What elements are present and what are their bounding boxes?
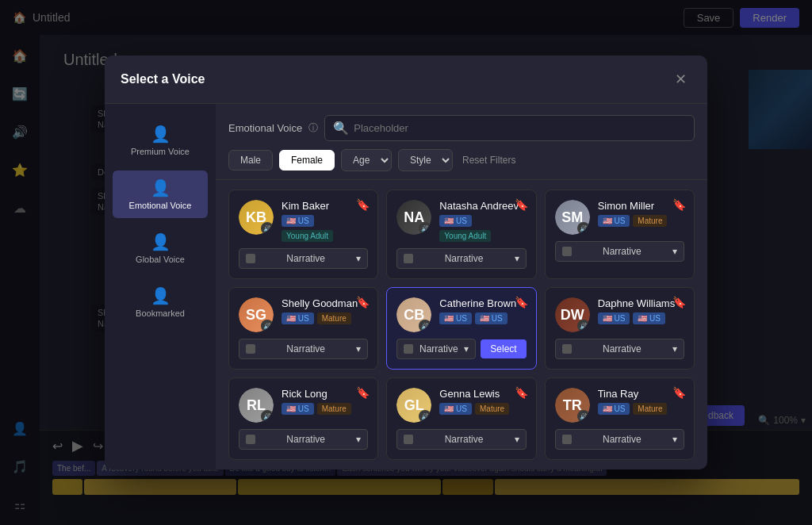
- tag-us: 🇺🇸 US: [439, 403, 472, 415]
- narrative-dropdown-row: Narrative ▾: [396, 429, 526, 450]
- narrative-select[interactable]: Narrative ▾: [555, 429, 684, 450]
- style-filter-select[interactable]: Style: [398, 149, 453, 171]
- reset-filters-button[interactable]: Reset Filters: [462, 155, 515, 166]
- tag-us: 🇺🇸 US: [282, 215, 314, 227]
- app-background: 🏠 Untitled Save Render 🏠 🔄 🔊 ⭐ ☁ 👤 🎵 ⚏ U…: [0, 0, 812, 525]
- voice-name: Tina Ray: [598, 388, 684, 400]
- bookmark-icon[interactable]: 🔖: [672, 198, 686, 211]
- voice-card-top: NA 🔊 Natasha Andreev 🇺🇸 US Young Adult: [396, 200, 526, 242]
- voice-type-bookmarked[interactable]: 👤 Bookmarked: [113, 278, 208, 326]
- bookmark-icon[interactable]: 🔖: [356, 198, 370, 211]
- narrative-icon: [246, 435, 255, 444]
- narrative-select[interactable]: Narrative ▾: [396, 339, 476, 359]
- voice-info: Natasha Andreev 🇺🇸 US Young Adult: [439, 200, 526, 242]
- male-filter-button[interactable]: Male: [228, 150, 273, 171]
- voice-info: Shelly Goodman 🇺🇸 US Mature: [282, 297, 368, 324]
- shelly-goodman-avatar: SG 🔊: [239, 297, 274, 332]
- tag-mature: Mature: [317, 403, 351, 415]
- voice-tags: 🇺🇸 US Young Adult: [282, 215, 368, 242]
- voice-panel-right: Emotional Voice ⓘ 🔍 Male Female Age: [216, 104, 707, 469]
- narrative-select[interactable]: Narrative ▾: [396, 248, 526, 269]
- voice-card-daphne-williams[interactable]: DW 🔊 Daphne Williams 🇺🇸 US 🇺🇸 US: [545, 287, 695, 370]
- narrative-select[interactable]: Narrative ▾: [239, 339, 368, 359]
- narrative-label: Narrative: [603, 434, 642, 445]
- sound-icon: 🔊: [419, 320, 431, 332]
- narrative-select[interactable]: Narrative ▾: [555, 339, 684, 359]
- narrative-select[interactable]: Narrative ▾: [239, 429, 368, 450]
- voice-card-top: KB 🔊 Kim Baker 🇺🇸 US Young Adult: [239, 200, 368, 242]
- narrative-dropdown-row: Narrative ▾: [239, 429, 368, 450]
- voice-card-top: TR 🔊 Tina Ray 🇺🇸 US Mature: [555, 388, 684, 423]
- help-icon[interactable]: ⓘ: [308, 121, 318, 135]
- voice-type-premium[interactable]: 👤 Premium Voice: [113, 117, 208, 164]
- modal-overlay: Select a Voice ✕ 👤 Premium Voice 👤 Emoti…: [0, 0, 812, 525]
- narrative-icon: [404, 344, 413, 354]
- tag-mature: Mature: [475, 403, 509, 415]
- voice-tags: 🇺🇸 US Young Adult: [439, 215, 526, 242]
- chevron-down-icon: ▾: [356, 253, 361, 264]
- modal-close-button[interactable]: ✕: [669, 68, 691, 90]
- sound-icon: 🔊: [577, 410, 590, 423]
- voice-card-simon-miller[interactable]: SM 🔊 Simon Miller 🇺🇸 US Mature: [545, 190, 695, 279]
- tag-us: 🇺🇸 US: [598, 215, 630, 227]
- voice-info: Kim Baker 🇺🇸 US Young Adult: [282, 200, 368, 242]
- narrative-icon: [246, 344, 255, 354]
- emotional-voice-filter-label: Emotional Voice: [228, 122, 302, 134]
- tag-us-2: 🇺🇸 US: [475, 312, 508, 324]
- tag-us: 🇺🇸 US: [439, 215, 472, 227]
- voice-card-top: SG 🔊 Shelly Goodman 🇺🇸 US Mature: [239, 297, 368, 332]
- tag-young-adult: Young Adult: [282, 230, 333, 242]
- bookmark-icon[interactable]: 🔖: [515, 198, 528, 211]
- tag-us: 🇺🇸 US: [282, 312, 314, 324]
- voice-card-top: SM 🔊 Simon Miller 🇺🇸 US Mature: [555, 200, 684, 235]
- voice-search-box[interactable]: 🔍: [324, 115, 695, 141]
- select-voice-button[interactable]: Select: [481, 339, 526, 358]
- bookmark-icon[interactable]: 🔖: [356, 386, 370, 399]
- tag-us: 🇺🇸 US: [598, 403, 630, 415]
- narrative-icon: [404, 435, 413, 444]
- tina-ray-avatar: TR 🔊: [555, 388, 590, 423]
- voice-card-tina-ray[interactable]: TR 🔊 Tina Ray 🇺🇸 US Mature: [545, 377, 695, 460]
- narrative-icon: [562, 247, 572, 256]
- voice-card-genna-lewis[interactable]: GL 🔊 Genna Lewis 🇺🇸 US Mature: [386, 377, 536, 460]
- voice-type-emotional[interactable]: 👤 Emotional Voice: [113, 171, 208, 218]
- daphne-williams-avatar: DW 🔊: [555, 297, 590, 332]
- bookmark-icon[interactable]: 🔖: [515, 386, 528, 399]
- narrative-select[interactable]: Narrative ▾: [555, 241, 684, 262]
- voice-card-kim-baker[interactable]: KB 🔊 Kim Baker 🇺🇸 US Young Adult: [228, 190, 378, 279]
- voice-card-rick-long[interactable]: RL 🔊 Rick Long 🇺🇸 US Mature: [228, 377, 378, 460]
- voice-name: Genna Lewis: [439, 388, 526, 400]
- narrative-label: Narrative: [603, 343, 642, 354]
- chevron-down-icon: ▾: [356, 343, 361, 354]
- voice-name: Simon Miller: [598, 200, 684, 212]
- bookmarked-icon: 👤: [151, 286, 170, 305]
- bookmark-icon[interactable]: 🔖: [672, 386, 686, 399]
- voice-search-input[interactable]: [354, 122, 686, 134]
- sound-icon: 🔊: [261, 410, 274, 423]
- voice-type-global[interactable]: 👤 Global Voice: [113, 224, 208, 272]
- sound-icon: 🔊: [419, 410, 431, 423]
- narrative-label: Narrative: [419, 343, 458, 354]
- voice-card-natasha-andreev[interactable]: NA 🔊 Natasha Andreev 🇺🇸 US Young Adult: [386, 190, 536, 279]
- genna-lewis-avatar: GL 🔊: [396, 388, 431, 423]
- bookmark-icon[interactable]: 🔖: [515, 296, 528, 308]
- narrative-select[interactable]: Narrative ▾: [239, 248, 368, 269]
- age-filter-select[interactable]: Age: [341, 149, 392, 171]
- chevron-down-icon: ▾: [672, 343, 677, 354]
- female-filter-button[interactable]: Female: [279, 150, 335, 171]
- voice-info: Tina Ray 🇺🇸 US Mature: [598, 388, 684, 415]
- voice-card-shelly-goodman[interactable]: SG 🔊 Shelly Goodman 🇺🇸 US Mature: [228, 287, 378, 370]
- bookmark-icon[interactable]: 🔖: [672, 296, 686, 308]
- chevron-down-icon: ▾: [464, 343, 469, 354]
- narrative-select[interactable]: Narrative ▾: [396, 429, 526, 450]
- premium-voice-label: Premium Voice: [131, 147, 190, 156]
- bookmark-icon[interactable]: 🔖: [356, 296, 370, 308]
- chevron-down-icon: ▾: [672, 434, 677, 445]
- rick-long-avatar: RL 🔊: [239, 388, 274, 423]
- voice-card-catherine-brown[interactable]: CB 🔊 Catherine Brown 🇺🇸 US 🇺🇸 US: [386, 287, 536, 370]
- chevron-down-icon: ▾: [515, 434, 519, 445]
- voice-info: Simon Miller 🇺🇸 US Mature: [598, 200, 684, 227]
- modal-header: Select a Voice ✕: [105, 56, 707, 104]
- tag-mature: Mature: [317, 312, 351, 324]
- chevron-down-icon: ▾: [515, 253, 519, 264]
